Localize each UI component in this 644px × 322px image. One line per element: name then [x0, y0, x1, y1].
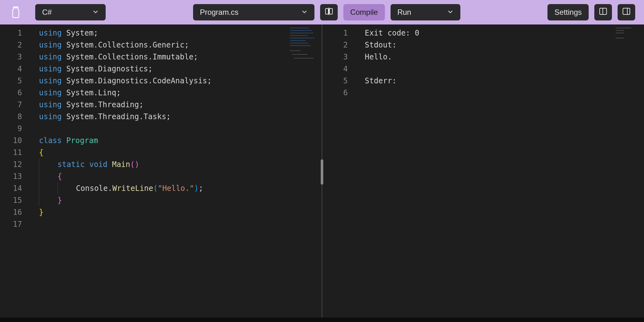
pane-splitter[interactable]: [318, 25, 326, 318]
chevron-down-icon: [447, 8, 453, 17]
code-area[interactable]: using System;using System.Collections.Ge…: [30, 25, 318, 318]
svg-rect-5: [623, 8, 630, 14]
splitter-grip[interactable]: [321, 159, 323, 185]
language-dropdown[interactable]: C#: [35, 4, 106, 20]
split-center-button[interactable]: [320, 4, 338, 20]
app-logo: [9, 5, 23, 19]
editor-gutter: 1234567891011121314151617: [0, 25, 30, 318]
chevron-down-icon: [92, 8, 99, 17]
svg-rect-0: [325, 8, 328, 14]
toolbar: C# Program.cs Compile Run Settings: [0, 0, 644, 25]
settings-label: Settings: [554, 8, 582, 17]
workspace: 1234567891011121314151617 using System;u…: [0, 25, 644, 318]
chevron-down-icon: [301, 8, 308, 17]
output-gutter: 123456: [326, 25, 356, 318]
code-editor-pane[interactable]: 1234567891011121314151617 using System;u…: [0, 25, 318, 318]
compile-button[interactable]: Compile: [343, 4, 385, 20]
run-label: Run: [397, 8, 411, 17]
split-panel-icon: [325, 7, 333, 18]
language-label: C#: [42, 8, 52, 17]
settings-button[interactable]: Settings: [547, 4, 589, 20]
layout-right-button[interactable]: [618, 4, 635, 20]
status-bar: [0, 318, 644, 322]
layout-left-button[interactable]: [594, 4, 612, 20]
run-dropdown[interactable]: Run: [391, 4, 460, 20]
compile-label: Compile: [350, 8, 378, 17]
panel-left-icon: [599, 7, 608, 18]
panel-right-icon: [622, 7, 631, 18]
output-area: Exit code: 0Stdout:Hello.Stderr:: [356, 25, 644, 318]
file-label: Program.cs: [200, 8, 239, 17]
svg-rect-1: [330, 8, 332, 14]
output-pane[interactable]: 123456 Exit code: 0Stdout:Hello.Stderr:: [326, 25, 644, 318]
file-dropdown[interactable]: Program.cs: [193, 4, 314, 20]
